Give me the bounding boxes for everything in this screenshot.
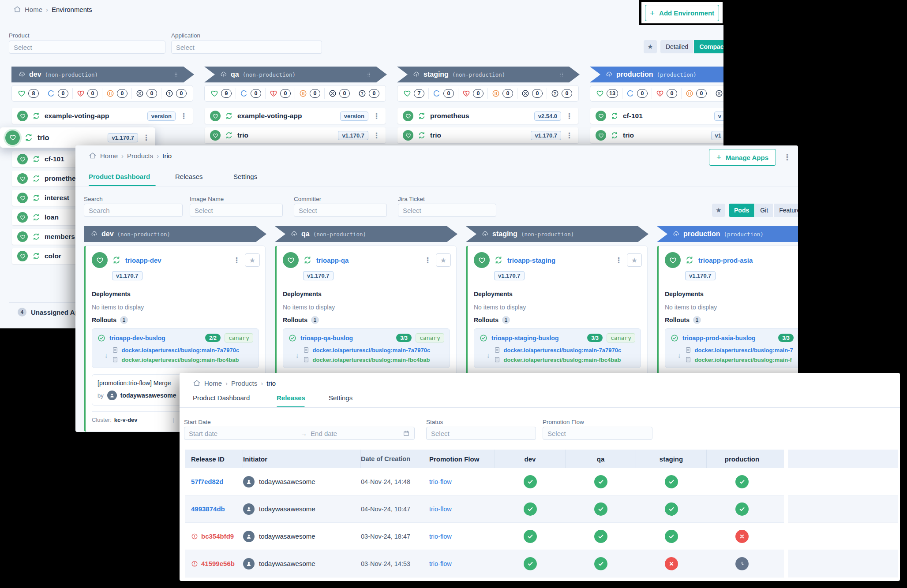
tab-releases[interactable]: Releases — [175, 173, 203, 180]
stat-degraded[interactable]: 0 — [72, 88, 102, 99]
promotion-flow-link[interactable]: trio-flow — [429, 478, 452, 485]
promotion-flow-link[interactable]: trio-flow — [429, 533, 452, 540]
release-id-link[interactable]: 57f7ed82d — [191, 478, 223, 485]
favorites-filter-button[interactable]: ★ — [712, 204, 725, 217]
home-icon[interactable] — [89, 152, 97, 160]
app-row[interactable]: prometheus v2.54.0 ⋮ — [397, 108, 578, 124]
committer-select[interactable] — [294, 204, 387, 217]
rollout-link[interactable]: trioapp-dev-buslog — [109, 335, 165, 342]
stat-healthy[interactable]: 9 — [206, 88, 236, 99]
jira-ticket-select[interactable] — [398, 204, 496, 217]
stat-missing[interactable]: 0 — [131, 88, 161, 99]
env-header-staging[interactable]: staging (non-production) — [397, 67, 580, 82]
view-detailed-option[interactable]: Detailed — [660, 40, 693, 53]
app-row[interactable]: trio v1.170.7 ⋮ — [397, 127, 578, 143]
app-link[interactable]: trioapp-dev — [125, 257, 161, 264]
kebab-icon[interactable]: ⋮ — [373, 132, 380, 139]
stat-progressing[interactable]: 0 — [428, 88, 458, 99]
env-header-production[interactable]: production (production) — [657, 226, 798, 242]
calendar-icon[interactable] — [403, 430, 410, 437]
rollout-link[interactable]: trioapp-qa-buslog — [300, 335, 353, 342]
app-link[interactable]: trioapp-staging — [507, 257, 555, 264]
stat-suspended[interactable]: 0 — [681, 88, 711, 99]
app-row[interactable]: cf-101 v ⋮ — [590, 108, 723, 124]
stat-progressing[interactable]: 0 — [622, 88, 652, 99]
app-row[interactable]: trio v1.170.7 ⋮ — [205, 127, 386, 143]
stat-healthy[interactable]: 13 — [592, 88, 622, 99]
stat-unknown[interactable]: 0 — [547, 88, 576, 99]
kebab-icon[interactable]: ⋮ — [180, 112, 187, 120]
kebab-icon[interactable]: ⋮ — [615, 257, 622, 264]
stat-missing[interactable]: 0 — [711, 88, 723, 99]
header-staging[interactable]: staging — [636, 450, 707, 468]
header-release-id[interactable]: Release ID — [185, 450, 243, 468]
kebab-icon[interactable]: ⋮ — [566, 132, 573, 139]
stat-progressing[interactable]: 0 — [236, 88, 265, 99]
favorite-star-button[interactable]: ★ — [245, 253, 260, 267]
promotion-flow-link[interactable]: trio-flow — [429, 560, 452, 567]
release-row[interactable]: 4993874db todaywasawesome 04-Nov-24, 10:… — [185, 495, 784, 523]
release-id-link[interactable]: bc354bfd9 — [201, 532, 234, 540]
env-header-staging[interactable]: staging (non-production) — [466, 226, 648, 242]
stat-unknown[interactable]: 0 — [354, 88, 383, 99]
tab-settings[interactable]: Settings — [233, 173, 257, 180]
stat-suspended[interactable]: 0 — [295, 88, 324, 99]
date-range-input[interactable]: Start date → End date — [184, 427, 415, 440]
header-initiator[interactable]: Initiator — [243, 450, 361, 468]
favorite-star-button[interactable]: ★ — [627, 253, 642, 267]
release-id-link[interactable]: 4993874db — [191, 505, 225, 513]
env-header-qa[interactable]: qa (non-production) — [204, 67, 387, 82]
promotion-flow-select[interactable] — [543, 427, 652, 440]
view-features-option[interactable]: Features — [773, 204, 798, 217]
release-id-link[interactable]: 41599e56b — [201, 560, 235, 567]
env-header-dev[interactable]: dev (non-production) — [11, 67, 194, 82]
stat-unknown[interactable]: 0 — [161, 88, 191, 99]
header-flow[interactable]: Promotion Flow — [429, 450, 495, 468]
rollout-link[interactable]: trioapp-staging-buslog — [491, 335, 558, 342]
application-filter-select[interactable] — [171, 41, 322, 54]
kebab-icon[interactable]: ⋮ — [142, 134, 150, 141]
home-icon[interactable] — [13, 5, 21, 13]
stat-healthy[interactable]: 7 — [399, 88, 428, 99]
drag-handle-icon[interactable] — [558, 71, 565, 78]
breadcrumb-products[interactable]: Products — [231, 380, 257, 387]
view-git-option[interactable]: Git — [754, 204, 773, 217]
view-pods-option[interactable]: Pods — [729, 204, 754, 217]
header-production[interactable]: production — [707, 450, 777, 468]
stat-suspended[interactable]: 0 — [102, 88, 131, 99]
favorite-star-button[interactable]: ★ — [436, 253, 451, 267]
header-dev[interactable]: dev — [495, 450, 566, 468]
stat-missing[interactable]: 0 — [517, 88, 547, 99]
promotion-flow-link[interactable]: trio-flow — [429, 506, 452, 513]
stat-degraded[interactable]: 0 — [265, 88, 295, 99]
app-row[interactable]: example-voting-app version ⋮ — [12, 108, 193, 124]
product-filter-select[interactable] — [9, 41, 165, 54]
env-header-production[interactable]: production (production) — [590, 67, 723, 82]
release-row[interactable]: 57f7ed82d todaywasawesome 04-Nov-24, 14:… — [185, 468, 784, 495]
tab-product-dashboard[interactable]: Product Dashboard — [89, 173, 150, 180]
app-row[interactable]: example-voting-app version ⋮ — [205, 108, 386, 124]
release-row[interactable]: 41599e56b todaywasawesome 03-Nov-24, 14:… — [185, 550, 784, 577]
stat-suspended[interactable]: 0 — [487, 88, 517, 99]
stat-healthy[interactable]: 8 — [14, 88, 43, 99]
stat-degraded[interactable]: 0 — [652, 88, 681, 99]
stat-missing[interactable]: 0 — [324, 88, 354, 99]
tab-releases[interactable]: Releases — [277, 394, 305, 402]
stat-progressing[interactable]: 0 — [43, 88, 72, 99]
window-kebab-icon[interactable]: ⋮ — [783, 153, 791, 161]
kebab-icon[interactable]: ⋮ — [566, 112, 573, 120]
env-header-dev[interactable]: dev (non-production) — [84, 226, 266, 242]
app-row-trio-hover[interactable]: trio v1.170.7 ⋮ — [0, 127, 155, 148]
release-row[interactable]: bc354bfd9 todaywasawesome 03-Nov-24, 18:… — [185, 523, 784, 550]
image-name-select[interactable] — [190, 204, 283, 217]
header-date[interactable]: Date of Creation — [361, 450, 429, 468]
drag-handle-icon[interactable] — [366, 71, 372, 78]
breadcrumb-home[interactable]: Home — [25, 6, 42, 13]
header-qa[interactable]: qa — [566, 450, 636, 468]
env-header-qa[interactable]: qa (non-production) — [275, 226, 457, 242]
view-compact-option[interactable]: Compact — [693, 40, 723, 53]
status-select[interactable] — [426, 427, 536, 440]
tab-settings[interactable]: Settings — [329, 394, 352, 402]
app-link[interactable]: trioapp-qa — [316, 257, 349, 264]
manage-apps-button[interactable]: + Manage Apps — [709, 149, 776, 166]
